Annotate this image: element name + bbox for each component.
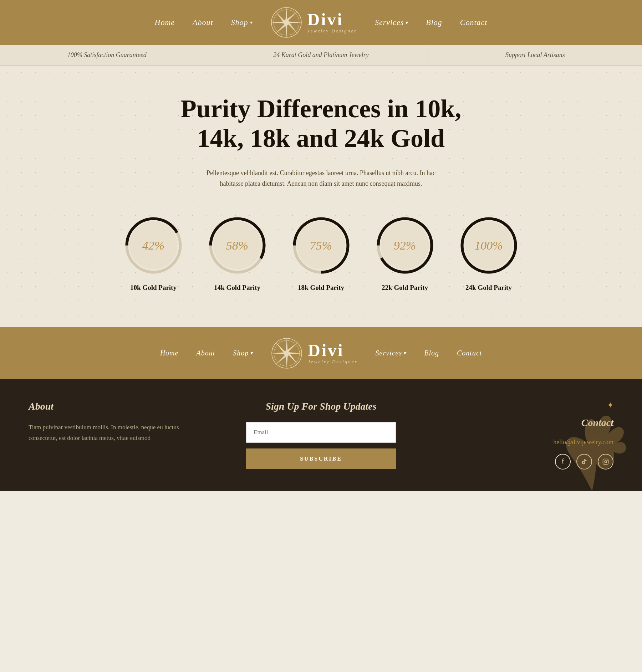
- circle-percent-22k: 92%: [394, 238, 416, 252]
- main-content: Purity Differences in 10k, 14k, 18k and …: [0, 66, 642, 327]
- circle-item-24k: 100% 24k Gold Parity: [458, 214, 520, 292]
- footer-nav: Home About Shop ▾ Divi Jew: [0, 327, 642, 379]
- circle-item-14k: 58% 14k Gold Parity: [206, 214, 269, 292]
- circle-14k: 58%: [206, 214, 269, 277]
- nav-left: Home About Shop ▾: [155, 18, 253, 27]
- nav-right: Services ▾ Blog Contact: [375, 18, 488, 27]
- nav-shop-dropdown[interactable]: Shop ▾: [231, 18, 253, 27]
- footer-logo-star-icon: [271, 337, 303, 369]
- circle-percent-14k: 58%: [226, 238, 248, 252]
- footer-about-col: About Tiam pulvinar vestibulum mollis. I…: [29, 401, 198, 444]
- page-title: Purity Differences in 10k, 14k, 18k and …: [160, 94, 482, 153]
- logo-star-icon: [270, 6, 302, 39]
- footer-nav-blog[interactable]: Blog: [424, 349, 439, 357]
- circle-label-24k: 24k Gold Parity: [465, 284, 512, 292]
- circle-inner-10k: 42%: [129, 221, 178, 270]
- subscribe-button[interactable]: SUBSCRIBE: [246, 448, 396, 469]
- footer-logo-divi: Divi: [308, 342, 357, 359]
- footer-about-heading: About: [29, 401, 198, 412]
- svg-point-10: [284, 20, 289, 25]
- tagline-item-2: Support Local Artisans: [428, 45, 642, 65]
- circle-label-22k: 22k Gold Parity: [382, 284, 428, 292]
- footer-nav-right: Services ▾ Blog Contact: [376, 349, 482, 357]
- page-subtitle: Pellentesque vel blandit est. Curabitur …: [196, 168, 446, 189]
- tagline-item-0: 100% Satisfaction Guaranteed: [0, 45, 214, 65]
- logo-subtitle: Jewelry Designer: [307, 28, 357, 34]
- footer-nav-services-dropdown[interactable]: Services ▾: [376, 349, 407, 357]
- site-header: Home About Shop ▾: [0, 0, 642, 45]
- circle-percent-10k: 42%: [142, 238, 164, 252]
- footer-nav-left: Home About Shop ▾: [160, 349, 253, 357]
- nav-contact[interactable]: Contact: [460, 18, 488, 27]
- circle-10k: 42%: [122, 214, 185, 277]
- circle-24k: 100%: [458, 214, 520, 277]
- circle-item-22k: 92% 22k Gold Parity: [374, 214, 436, 292]
- circle-percent-18k: 75%: [310, 238, 332, 252]
- footer-nav-about[interactable]: About: [196, 349, 215, 357]
- circle-22k: 92%: [374, 214, 436, 277]
- site-logo[interactable]: Divi Jewelry Designer: [270, 6, 357, 39]
- nav-services-dropdown[interactable]: Services ▾: [375, 18, 408, 27]
- services-chevron-icon: ▾: [405, 20, 408, 26]
- circle-label-18k: 18k Gold Parity: [298, 284, 344, 292]
- footer-signup-heading: Sign Up For Shop Updates: [265, 401, 376, 412]
- footer-nav-home[interactable]: Home: [160, 349, 179, 357]
- tagline-item-1: 24 Karat Gold and Platinum Jewelry: [214, 45, 428, 65]
- footer-dark: About Tiam pulvinar vestibulum mollis. I…: [0, 379, 642, 491]
- circle-inner-22k: 92%: [381, 221, 429, 270]
- footer-signup-col: Sign Up For Shop Updates SUBSCRIBE: [219, 401, 423, 469]
- shop-chevron-icon: ▾: [250, 20, 253, 26]
- footer-nav-shop-dropdown[interactable]: Shop ▾: [233, 349, 253, 357]
- footer-logo[interactable]: Divi Jewelry Designer: [271, 337, 357, 369]
- circle-inner-14k: 58%: [213, 221, 261, 270]
- tagline-bar: 100% Satisfaction Guaranteed 24 Karat Go…: [0, 45, 642, 66]
- footer-services-chevron-icon: ▾: [403, 350, 406, 356]
- email-input-wrap: [246, 422, 396, 443]
- circle-inner-18k: 75%: [297, 221, 345, 270]
- logo-text-block: Divi Jewelry Designer: [307, 11, 357, 34]
- circle-label-14k: 14k Gold Parity: [214, 284, 260, 292]
- footer-logo-text: Divi Jewelry Designer: [308, 342, 357, 365]
- footer-nav-contact[interactable]: Contact: [457, 349, 482, 357]
- nav-about[interactable]: About: [193, 18, 213, 27]
- gold-purity-circles: 42% 10k Gold Parity 58% 14k Gold Parity: [14, 214, 628, 292]
- email-input[interactable]: [246, 422, 396, 443]
- footer-about-text: Tiam pulvinar vestibulum mollis. In mole…: [29, 422, 198, 444]
- circle-18k: 75%: [290, 214, 352, 277]
- footer-shop-chevron-icon: ▾: [250, 350, 253, 356]
- logo-divi-text: Divi: [307, 11, 357, 28]
- circle-item-18k: 75% 18k Gold Parity: [290, 214, 352, 292]
- circle-percent-24k: 100%: [474, 238, 503, 252]
- palm-decoration: [556, 412, 628, 491]
- svg-point-31: [284, 350, 290, 356]
- nav-blog[interactable]: Blog: [426, 18, 442, 27]
- circle-item-10k: 42% 10k Gold Parity: [122, 214, 185, 292]
- diamond-icon: ✦: [607, 401, 613, 410]
- circle-label-10k: 10k Gold Parity: [130, 284, 177, 292]
- circle-inner-24k: 100%: [465, 221, 513, 270]
- footer-logo-sub: Jewelry Designer: [308, 359, 357, 365]
- nav-home[interactable]: Home: [155, 18, 175, 27]
